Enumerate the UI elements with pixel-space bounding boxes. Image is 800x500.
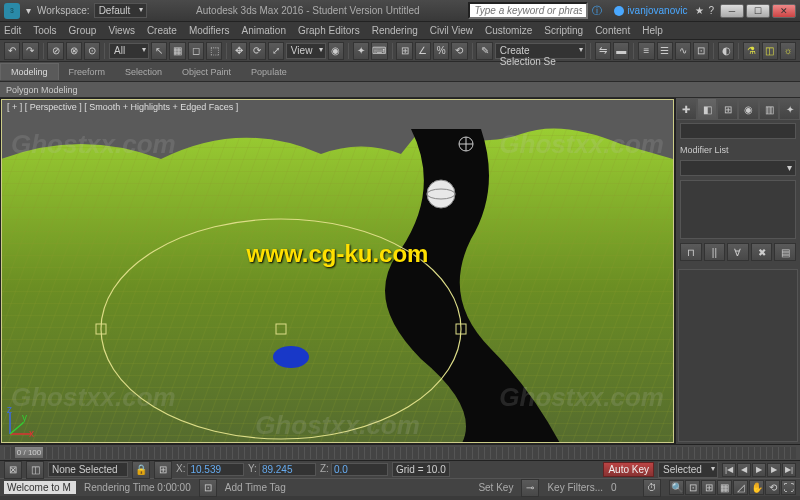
- setkey-button[interactable]: Set Key: [478, 482, 513, 493]
- time-slider[interactable]: 0 / 100: [14, 446, 44, 459]
- goto-end-button[interactable]: ▶|: [782, 463, 796, 477]
- menu-create[interactable]: Create: [147, 25, 177, 36]
- unique-button[interactable]: ∀: [727, 243, 749, 261]
- undo-button[interactable]: ↶: [4, 42, 20, 60]
- zoom-extents-all-button[interactable]: ▦: [717, 480, 732, 495]
- snap-toggle-button[interactable]: ⊞: [396, 42, 412, 60]
- menu-arrow-icon[interactable]: ▾: [26, 5, 31, 16]
- motion-tab[interactable]: ◉: [738, 98, 759, 120]
- goto-start-button[interactable]: |◀: [722, 463, 736, 477]
- ribbon-selection[interactable]: Selection: [115, 64, 172, 80]
- minimize-button[interactable]: ─: [720, 4, 744, 18]
- unlink-button[interactable]: ⊗: [66, 42, 82, 60]
- orbit-button[interactable]: ⟲: [765, 480, 780, 495]
- keyboard-shortcut-button[interactable]: ⌨: [371, 42, 387, 60]
- x-field[interactable]: 10.539: [187, 463, 244, 476]
- maxscript-prompt[interactable]: Welcome to M: [4, 481, 76, 494]
- align-button[interactable]: ▬: [613, 42, 629, 60]
- spinner-snap-button[interactable]: ⟲: [451, 42, 467, 60]
- hierarchy-tab[interactable]: ⊞: [717, 98, 738, 120]
- play-button[interactable]: ▶: [752, 463, 766, 477]
- rotate-button[interactable]: ⟳: [249, 42, 265, 60]
- user-menu[interactable]: ivanjovanovic: [614, 5, 687, 16]
- bind-button[interactable]: ⊙: [84, 42, 100, 60]
- selection-set-edit-button[interactable]: ✎: [476, 42, 492, 60]
- utilities-tab[interactable]: ✦: [779, 98, 800, 120]
- workspace-combo[interactable]: Default: [94, 3, 148, 18]
- viewport-perspective[interactable]: [ + ] [ Perspective ] [ Smooth + Highlig…: [0, 98, 675, 444]
- redo-button[interactable]: ↷: [22, 42, 38, 60]
- layer-button[interactable]: ≡: [638, 42, 654, 60]
- render-setup-button[interactable]: ⚗: [743, 42, 759, 60]
- curve-editor-button[interactable]: ∿: [675, 42, 691, 60]
- help-icon[interactable]: ?: [708, 5, 714, 16]
- menu-tools[interactable]: Tools: [33, 25, 56, 36]
- viewport-label[interactable]: [ + ] [ Perspective ] [ Smooth + Highlig…: [7, 102, 238, 112]
- next-frame-button[interactable]: ▶: [767, 463, 781, 477]
- isolate-button[interactable]: ◫: [26, 461, 44, 479]
- timeline[interactable]: 0 / 100: [0, 444, 800, 460]
- close-button[interactable]: ✕: [772, 4, 796, 18]
- transform-type-button[interactable]: ⊞: [154, 461, 172, 479]
- ribbon-freeform[interactable]: Freeform: [59, 64, 116, 80]
- show-end-button[interactable]: ||: [704, 243, 726, 261]
- y-field[interactable]: 89.245: [259, 463, 316, 476]
- remove-mod-button[interactable]: ✖: [751, 243, 773, 261]
- menu-content[interactable]: Content: [595, 25, 630, 36]
- select-region-button[interactable]: ◻: [188, 42, 204, 60]
- mirror-button[interactable]: ⇋: [595, 42, 611, 60]
- menu-animation[interactable]: Animation: [241, 25, 285, 36]
- modify-tab[interactable]: ◧: [697, 98, 718, 120]
- key-mode-combo[interactable]: Selected: [658, 462, 718, 478]
- menu-help[interactable]: Help: [642, 25, 663, 36]
- window-crossing-button[interactable]: ⬚: [206, 42, 222, 60]
- autokey-button[interactable]: Auto Key: [603, 462, 654, 477]
- ribbon-populate[interactable]: Populate: [241, 64, 297, 80]
- configure-button[interactable]: ▤: [774, 243, 796, 261]
- pivot-button[interactable]: ◉: [328, 42, 344, 60]
- search-input[interactable]: [468, 2, 588, 19]
- favorite-icon[interactable]: ★: [695, 5, 704, 16]
- menu-modifiers[interactable]: Modifiers: [189, 25, 230, 36]
- menu-civilview[interactable]: Civil View: [430, 25, 473, 36]
- material-editor-button[interactable]: ◐: [718, 42, 734, 60]
- display-tab[interactable]: ▥: [759, 98, 780, 120]
- render-frame-button[interactable]: ◫: [762, 42, 778, 60]
- menu-scripting[interactable]: Scripting: [544, 25, 583, 36]
- pin-stack-button[interactable]: ⊓: [680, 243, 702, 261]
- zoom-extents-button[interactable]: ⊞: [701, 480, 716, 495]
- selection-filter[interactable]: All: [109, 43, 149, 59]
- time-tag-button[interactable]: ⊡: [199, 479, 217, 497]
- menu-group[interactable]: Group: [69, 25, 97, 36]
- zoom-all-button[interactable]: ⊡: [685, 480, 700, 495]
- zoom-button[interactable]: 🔍: [669, 480, 684, 495]
- menu-views[interactable]: Views: [108, 25, 135, 36]
- angle-snap-button[interactable]: ∠: [415, 42, 431, 60]
- modifier-stack[interactable]: [680, 180, 796, 239]
- create-tab[interactable]: ✚: [676, 98, 697, 120]
- z-field[interactable]: 0.0: [331, 463, 388, 476]
- link-button[interactable]: ⊘: [47, 42, 63, 60]
- selection-lock-button[interactable]: 🔒: [132, 461, 150, 479]
- select-button[interactable]: ↖: [151, 42, 167, 60]
- select-name-button[interactable]: ▦: [169, 42, 185, 60]
- pan-button[interactable]: ✋: [749, 480, 764, 495]
- menu-grapheditors[interactable]: Graph Editors: [298, 25, 360, 36]
- menu-customize[interactable]: Customize: [485, 25, 532, 36]
- time-config-button[interactable]: ⏱: [643, 479, 661, 497]
- ref-coord-combo[interactable]: View: [286, 43, 326, 59]
- move-button[interactable]: ✥: [231, 42, 247, 60]
- schematic-button[interactable]: ⊡: [693, 42, 709, 60]
- fov-button[interactable]: ◿: [733, 480, 748, 495]
- key-filters-button[interactable]: Key Filters...: [547, 482, 603, 493]
- percent-snap-button[interactable]: %: [433, 42, 449, 60]
- scale-button[interactable]: ⤢: [268, 42, 284, 60]
- prev-frame-button[interactable]: ◀: [737, 463, 751, 477]
- maximize-button[interactable]: ☐: [746, 4, 770, 18]
- info-icon[interactable]: ⓘ: [592, 4, 602, 18]
- ribbon-modeling[interactable]: Modeling: [0, 63, 59, 80]
- manipulate-button[interactable]: ✦: [353, 42, 369, 60]
- modifier-list-combo[interactable]: [680, 160, 796, 176]
- menu-edit[interactable]: Edit: [4, 25, 21, 36]
- lock-selection-button[interactable]: ⊠: [4, 461, 22, 479]
